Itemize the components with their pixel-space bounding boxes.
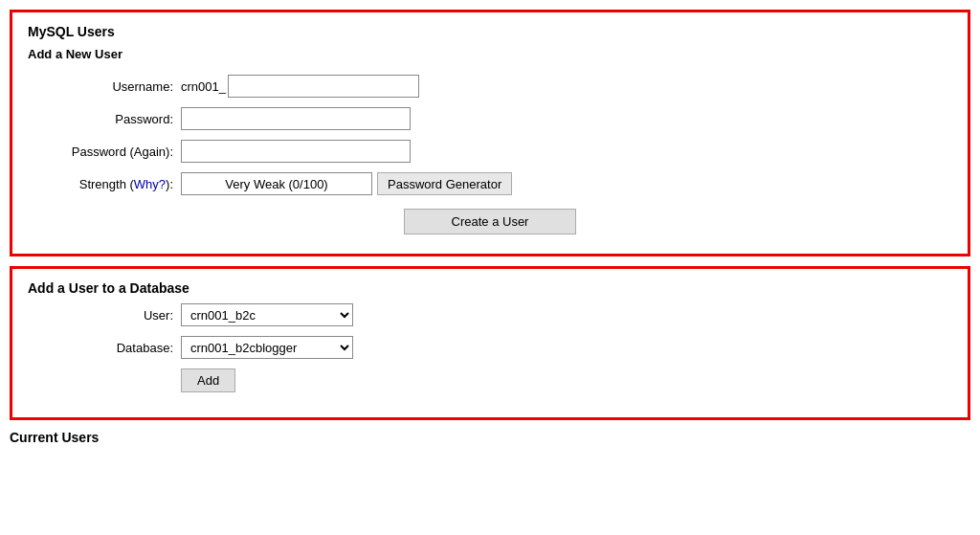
user-select-row: User: crn001_b2c (28, 303, 952, 326)
username-row: Username: crn001_ (28, 75, 952, 98)
add-button-row: Add (28, 368, 952, 392)
database-select-label: Database: (28, 341, 181, 355)
add-new-user-subtitle: Add a New User (28, 47, 952, 61)
create-user-button[interactable]: Create a User (404, 209, 576, 234)
database-select-row: Database: crn001_b2cblogger (28, 336, 952, 359)
add-user-to-db-title: Add a User to a Database (28, 280, 952, 296)
username-input[interactable] (228, 75, 419, 98)
user-select[interactable]: crn001_b2c (181, 303, 353, 326)
username-prefix: crn001_ (181, 79, 226, 94)
current-users-title: Current Users (10, 430, 970, 445)
database-select[interactable]: crn001_b2cblogger (181, 336, 353, 359)
password-generator-button[interactable]: Password Generator (377, 172, 512, 195)
why-link[interactable]: Why? (134, 177, 166, 191)
password-again-input[interactable] (181, 140, 411, 163)
mysql-users-title: MySQL Users (28, 24, 952, 39)
password-row: Password: (28, 107, 952, 130)
username-label: Username: (28, 79, 181, 94)
strength-label: Strength (Why?): (28, 177, 181, 191)
create-user-row: Create a User (28, 209, 952, 234)
strength-display: Very Weak (0/100) (181, 172, 372, 195)
password-input[interactable] (181, 107, 411, 130)
user-select-label: User: (28, 308, 181, 323)
strength-row: Strength (Why?): Very Weak (0/100) Passw… (28, 172, 952, 195)
add-button[interactable]: Add (181, 368, 235, 392)
password-again-row: Password (Again): (28, 140, 952, 163)
add-user-to-db-section: Add a User to a Database User: crn001_b2… (10, 266, 970, 420)
password-label: Password: (28, 112, 181, 126)
mysql-users-section: MySQL Users Add a New User Username: crn… (10, 10, 970, 256)
username-input-group: crn001_ (181, 75, 419, 98)
password-again-label: Password (Again): (28, 145, 181, 159)
